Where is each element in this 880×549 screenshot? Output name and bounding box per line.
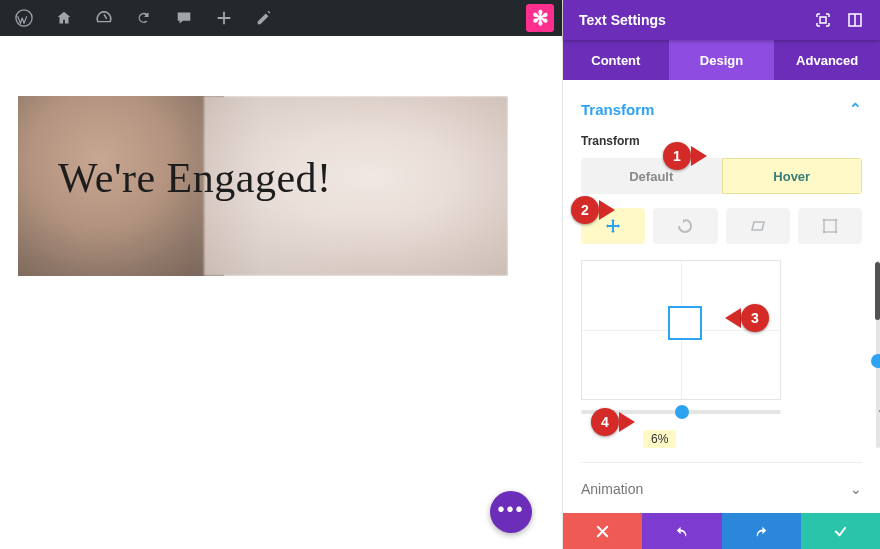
- cancel-button[interactable]: [563, 513, 642, 549]
- admin-topbar: ✻: [0, 0, 562, 36]
- svg-point-5: [823, 219, 826, 222]
- toggle-hover[interactable]: Hover: [722, 158, 863, 194]
- hero-module[interactable]: We're Engaged!: [18, 96, 508, 276]
- vertical-slider-thumb[interactable]: [871, 354, 880, 368]
- hero-text: We're Engaged!: [58, 154, 332, 202]
- state-toggle: Default Hover: [581, 158, 862, 194]
- svg-rect-1: [820, 17, 826, 23]
- subhead-transform: Transform: [581, 134, 862, 148]
- refresh-icon[interactable]: [124, 0, 164, 36]
- tab-design[interactable]: Design: [669, 40, 775, 80]
- chevron-down-icon: ⌄: [850, 481, 862, 497]
- save-button[interactable]: [801, 513, 880, 549]
- origin-tool[interactable]: [798, 208, 862, 244]
- chevron-up-icon: ⌃: [849, 100, 862, 118]
- wordpress-icon[interactable]: [4, 0, 44, 36]
- builder-fab[interactable]: •••: [490, 491, 532, 533]
- horizontal-slider[interactable]: ⟲: [581, 410, 862, 414]
- section-transform-label: Transform: [581, 101, 654, 118]
- horizontal-value[interactable]: 6%: [643, 430, 676, 448]
- svg-point-6: [835, 219, 838, 222]
- canvas[interactable]: We're Engaged! •••: [0, 36, 562, 549]
- panel-tabs: Content Design Advanced: [563, 40, 880, 80]
- horizontal-slider-thumb[interactable]: [675, 405, 689, 419]
- comment-icon[interactable]: [164, 0, 204, 36]
- tab-content[interactable]: Content: [563, 40, 669, 80]
- skew-tool[interactable]: [726, 208, 790, 244]
- section-animation[interactable]: Animation ⌄: [581, 462, 862, 503]
- snap-icon[interactable]: [814, 11, 832, 29]
- svg-rect-4: [824, 220, 836, 232]
- settings-panel: Text Settings Content Design Advanced Tr…: [562, 0, 880, 549]
- rotate-tool[interactable]: [653, 208, 717, 244]
- panel-title: Text Settings: [579, 12, 666, 28]
- home-icon[interactable]: [44, 0, 84, 36]
- add-icon[interactable]: [204, 0, 244, 36]
- section-transform[interactable]: Transform ⌃: [581, 96, 862, 130]
- transform-tools: [581, 208, 862, 244]
- scrollbar[interactable]: [875, 262, 880, 320]
- fab-dots: •••: [497, 498, 524, 521]
- section-animation-label: Animation: [581, 481, 643, 497]
- translate-grid-wrap: 6% ⟲ 6%: [581, 260, 862, 448]
- svg-point-8: [835, 231, 838, 234]
- redo-button[interactable]: [722, 513, 801, 549]
- tab-advanced[interactable]: Advanced: [774, 40, 880, 80]
- translate-grid[interactable]: [581, 260, 781, 400]
- translate-tool[interactable]: [581, 208, 645, 244]
- svg-point-7: [823, 231, 826, 234]
- preview-area: ✻ We're Engaged! •••: [0, 0, 562, 549]
- edit-icon[interactable]: [244, 0, 284, 36]
- panel-header: Text Settings: [563, 0, 880, 40]
- panel-body: Transform ⌃ Transform Default Hover: [563, 80, 880, 513]
- divi-icon[interactable]: ✻: [526, 4, 554, 32]
- divi-icon-glyph: ✻: [532, 6, 549, 30]
- expand-icon[interactable]: [846, 11, 864, 29]
- undo-button[interactable]: [642, 513, 721, 549]
- translate-handle[interactable]: [668, 306, 702, 340]
- panel-footer: [563, 513, 880, 549]
- toggle-default[interactable]: Default: [581, 158, 722, 194]
- dashboard-icon[interactable]: [84, 0, 124, 36]
